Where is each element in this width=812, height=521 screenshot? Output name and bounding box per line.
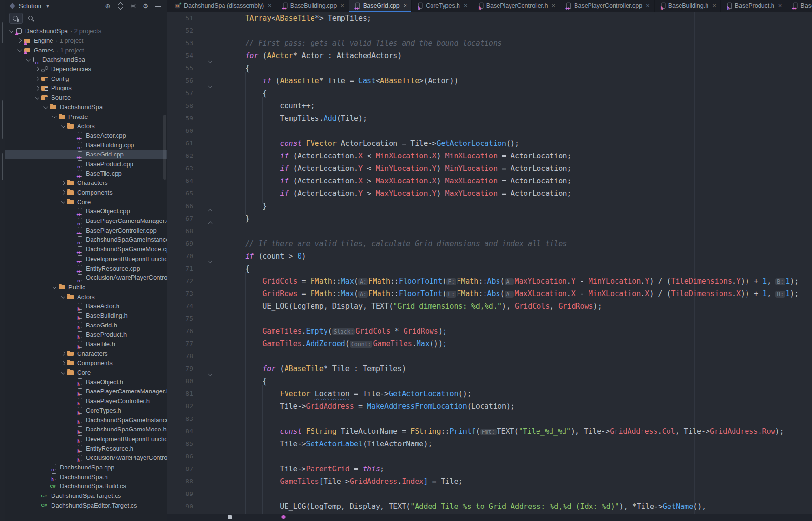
code-text[interactable]: GridCols = FMath::Max(A:FMath::FloorToIn… <box>226 275 812 287</box>
code-line-51[interactable]: 51 TArray<ABaseTile*> TempTiles; <box>167 12 812 25</box>
code-token[interactable]: Y <box>736 277 741 286</box>
chevron-down-icon[interactable] <box>59 198 67 206</box>
code-token[interactable]: . <box>302 339 306 348</box>
tree-item-baseplayercameramanager-cpp[interactable]: BasePlayerCameraManager.cpp <box>5 216 167 226</box>
code-token[interactable]: AddZeroed <box>306 339 345 348</box>
code-token[interactable]: :: <box>478 289 487 298</box>
code-token[interactable]: F: <box>446 278 456 285</box>
code-token[interactable]: ( <box>345 339 350 348</box>
code-line-55[interactable]: 55 { <box>167 62 812 75</box>
code-token[interactable]: ( <box>271 77 280 85</box>
code-token[interactable]: (ActorLocation. <box>288 189 358 198</box>
code-token[interactable]: * Tile : TempTiles) <box>324 365 406 373</box>
code-text[interactable]: if (count > 0) <box>226 250 812 262</box>
code-line-67[interactable]: 67 } <box>167 212 812 225</box>
code-token[interactable]: A: <box>358 278 368 285</box>
code-token[interactable]: B: <box>775 278 785 285</box>
code-token[interactable]: MinYLocation <box>376 164 428 173</box>
code-token[interactable]: < <box>363 164 376 173</box>
code-token[interactable]: 0 <box>298 252 302 260</box>
code-text[interactable] <box>226 313 812 325</box>
code-token[interactable]: (); <box>506 139 519 148</box>
tree-scrollbar[interactable] <box>163 115 166 180</box>
code-token[interactable] <box>302 427 306 436</box>
code-line-84[interactable]: 84 const FString TileActorName = FString… <box>167 425 812 438</box>
line-number[interactable]: 74 <box>167 300 193 313</box>
tree-item-dachshundspa[interactable]: DachshundSpa <box>5 103 167 112</box>
code-token[interactable] <box>228 365 262 373</box>
line-number[interactable]: 83 <box>167 413 193 425</box>
tree-item-dachshundspagamemode-cpp[interactable]: DachshundSpaGameMode.cpp <box>5 245 167 254</box>
code-token[interactable]: Cast <box>358 77 376 85</box>
code-token[interactable]: Max <box>341 289 354 298</box>
line-number[interactable]: 64 <box>167 175 193 187</box>
code-token[interactable]: ()); <box>430 339 447 348</box>
code-text[interactable]: UE_LOG(LogTemp, Display, TEXT("Added Til… <box>226 500 812 513</box>
tree-item-dachshundspagameinstance-h[interactable]: DachshundSpaGameInstance.h <box>5 415 167 425</box>
code-token[interactable]: ( <box>258 52 267 60</box>
code-token[interactable]: if <box>280 189 288 198</box>
code-token[interactable]: ; <box>380 465 384 473</box>
expand-all-icon[interactable] <box>116 1 125 10</box>
tree-item-baseobject-cpp[interactable]: BaseObject.cpp <box>5 207 167 216</box>
code-token[interactable]: GetActorLocation <box>389 390 458 398</box>
code-text[interactable]: Tile->ParentGrid = this; <box>226 463 812 475</box>
tree-item-actors[interactable]: Actors <box>5 292 167 301</box>
code-line-88[interactable]: 88 GameTiles[Tile->GridAddress.Index] = … <box>167 475 812 488</box>
code-token[interactable] <box>228 152 280 160</box>
line-number[interactable]: 61 <box>167 137 193 150</box>
tree-item-engine[interactable]: Engine· 1 project <box>5 36 167 46</box>
chevron-right-icon[interactable] <box>59 179 67 187</box>
code-text[interactable]: { <box>226 262 812 275</box>
code-token[interactable]: TempTiles. <box>228 114 324 123</box>
tree-item-public[interactable]: Public <box>5 283 167 292</box>
chevron-down-icon[interactable] <box>42 103 50 111</box>
code-text[interactable]: if (ActorLocation.X > MaxXLocation.X) Ma… <box>226 175 812 187</box>
code-text[interactable] <box>226 25 812 37</box>
code-token[interactable]: ) <box>437 152 445 160</box>
collapse-all-icon[interactable] <box>128 1 138 10</box>
code-token[interactable]: X <box>358 177 363 185</box>
code-token[interactable] <box>228 252 245 260</box>
code-line-62[interactable]: 62 if (ActorLocation.X < MinXLocation.X)… <box>167 150 812 162</box>
tree-item-baseactor-h[interactable]: BaseActor.h <box>5 301 167 311</box>
code-text[interactable]: TArray<ABaseTile*> TempTiles; <box>226 12 812 25</box>
line-number[interactable]: 54 <box>167 50 193 62</box>
code-token[interactable]: GridAddress <box>710 427 758 436</box>
tree-item-dachshundspa-build-cs[interactable]: DachshundSpa.Build.cs <box>5 482 167 491</box>
code-token[interactable]: Abs <box>487 289 500 298</box>
code-text[interactable] <box>226 413 812 425</box>
code-token[interactable]: X <box>432 177 436 185</box>
code-token[interactable]: . <box>658 427 662 436</box>
code-text[interactable]: const FVector ActorLocation = Tile->GetA… <box>226 137 812 150</box>
tree-item-core[interactable]: Core <box>5 197 167 207</box>
code-token[interactable]: Row <box>762 427 775 436</box>
code-token[interactable]: { <box>228 377 267 386</box>
code-token[interactable]: GridCols <box>262 277 297 286</box>
code-token[interactable] <box>228 339 262 348</box>
tree-item-developmentblueprintfunctionlibrary-h[interactable]: DevelopmentBlueprintFunctionLibrary.h <box>5 434 167 444</box>
breadcrumb-file-icon[interactable] <box>228 515 232 519</box>
search-icon[interactable] <box>27 15 34 22</box>
code-token[interactable]: Max <box>341 277 354 286</box>
tree-item-baseactor-cpp[interactable]: BaseActor.cpp <box>5 131 167 141</box>
code-token[interactable]: F: <box>446 291 456 298</box>
code-token[interactable]: ), *Tile-> <box>619 502 663 511</box>
tree-item-dependencies[interactable]: Dependencies <box>5 65 167 74</box>
code-line-82[interactable]: 82 Tile->GridAddress = MakeAddressFromLo… <box>167 400 812 413</box>
code-token[interactable]: ( <box>442 277 446 286</box>
tree-item-baseplayercameramanager-h[interactable]: BasePlayerCameraManager.h <box>5 387 167 396</box>
code-line-69[interactable]: 69 // If there are valid tiles, calculat… <box>167 237 812 250</box>
code-token[interactable]: ); <box>438 327 447 336</box>
code-token[interactable] <box>302 139 306 148</box>
code-token[interactable]: this <box>363 465 380 473</box>
code-token[interactable] <box>228 139 280 148</box>
code-token[interactable]: . <box>302 327 306 336</box>
code-token[interactable]: Tile-> <box>228 402 306 411</box>
line-number[interactable]: 60 <box>167 125 193 137</box>
code-token[interactable]: // If there are valid tiles, calculate G… <box>245 239 567 248</box>
tree-item-baseobject-h[interactable]: BaseObject.h <box>5 377 167 387</box>
code-token[interactable]: ActorLocation = Tile-> <box>337 139 437 148</box>
code-text[interactable] <box>226 225 812 237</box>
code-text[interactable] <box>226 450 812 463</box>
